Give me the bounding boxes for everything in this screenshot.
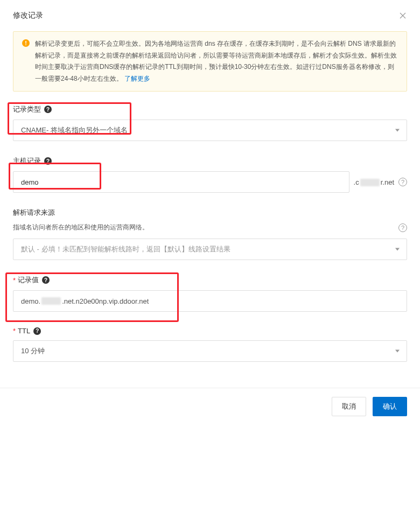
record-value-input[interactable]: demo..net.n20e00np.vip.ddoor.net	[13, 290, 407, 312]
source-label: 解析请求来源	[13, 208, 55, 218]
help-icon[interactable]: ?	[33, 327, 41, 335]
ttl-group: * TTL ? 10 分钟	[13, 327, 407, 362]
domain-suffix: .cr.net	[354, 178, 394, 187]
cancel-button[interactable]: 取消	[332, 397, 366, 416]
source-group: 解析请求来源 指域名访问者所在的地区和使用的运营商网络。 ? 默认 - 必填！未…	[13, 208, 407, 260]
host-record-group: 主机记录 ? .cr.net ?	[13, 156, 407, 193]
chevron-down-icon	[395, 248, 400, 251]
record-type-label: 记录类型	[13, 104, 41, 114]
chevron-down-icon	[395, 350, 400, 353]
warning-alert: 解析记录变更后，可能不会立即生效。因为各地网络运营商 dns 存在缓存，在缓存未…	[13, 31, 407, 92]
modal-title: 修改记录	[13, 11, 43, 20]
ttl-select[interactable]: 10 分钟	[13, 340, 407, 362]
host-record-label: 主机记录	[13, 156, 41, 166]
record-type-select[interactable]: CNAME- 将域名指向另外一个域名	[13, 120, 407, 141]
chevron-down-icon	[395, 129, 400, 132]
source-desc: 指域名访问者所在的地区和使用的运营商网络。	[13, 223, 393, 232]
help-icon[interactable]: ?	[398, 223, 407, 232]
record-value-label: 记录值	[18, 275, 39, 285]
help-icon[interactable]: ?	[398, 178, 407, 186]
modal-footer: 取消 确认	[0, 388, 420, 425]
source-select[interactable]: 默认 - 必填！未匹配到智能解析线路时，返回【默认】线路设置结果	[13, 239, 407, 260]
confirm-button[interactable]: 确认	[373, 397, 407, 416]
ttl-label: TTL	[18, 327, 30, 335]
help-icon[interactable]: ?	[42, 276, 50, 284]
host-record-input[interactable]	[13, 171, 349, 193]
record-value-group: * 记录值 ? demo..net.n20e00np.vip.ddoor.net	[13, 275, 407, 312]
learn-more-link[interactable]: 了解更多	[124, 75, 150, 82]
close-icon[interactable]	[398, 11, 407, 20]
alert-text: 解析记录变更后，可能不会立即生效。因为各地网络运营商 dns 存在缓存，在缓存未…	[35, 38, 398, 85]
required-mark: *	[13, 276, 16, 284]
warning-icon	[22, 39, 30, 47]
help-icon[interactable]: ?	[44, 157, 52, 165]
required-mark: *	[13, 327, 16, 335]
record-type-group: 记录类型 ? CNAME- 将域名指向另外一个域名	[13, 104, 407, 141]
help-icon[interactable]: ?	[44, 106, 52, 113]
modal-header: 修改记录	[0, 0, 420, 31]
